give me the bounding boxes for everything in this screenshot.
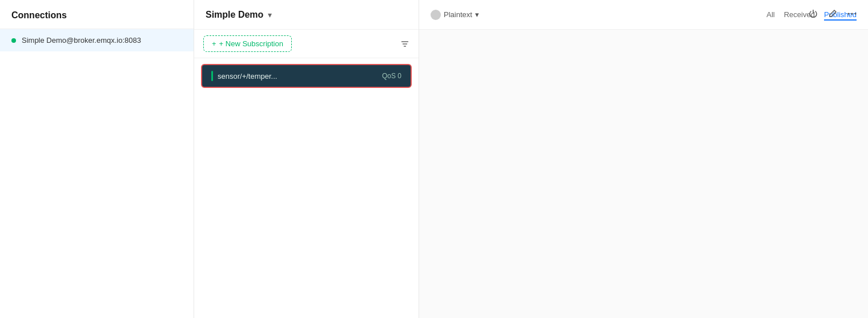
more-options-button[interactable] — [845, 7, 859, 21]
connection-status-dot — [11, 38, 16, 43]
sidebar-title: Connections — [0, 0, 194, 29]
format-chevron-icon: ▾ — [475, 10, 479, 19]
filter-icon-button[interactable] — [400, 39, 409, 49]
main-header: Simple Demo ▾ — [194, 0, 419, 30]
right-header: Plaintext ▾ All Received Published — [419, 0, 868, 30]
edit-button[interactable] — [826, 7, 839, 21]
subscription-topic-container: sensor/+/temper... — [211, 71, 277, 81]
svg-point-5 — [855, 13, 857, 15]
topic-color-indicator — [211, 71, 213, 81]
power-button[interactable] — [806, 7, 820, 21]
top-right-actions — [806, 7, 859, 21]
sidebar: Connections Simple Demo@broker.emqx.io:8… — [0, 0, 194, 318]
connection-label: Simple Demo@broker.emqx.io:8083 — [22, 36, 141, 45]
plus-icon: + — [212, 39, 216, 48]
format-selector[interactable]: Plaintext ▾ — [431, 10, 479, 20]
new-subscription-button[interactable]: + + New Subscription — [203, 35, 292, 52]
subscriptions-toolbar: + + New Subscription — [194, 30, 419, 58]
main-title: Simple Demo — [206, 10, 263, 20]
new-subscription-label: + New Subscription — [219, 39, 283, 48]
tab-all[interactable]: All — [766, 9, 774, 20]
filter-icon — [400, 39, 409, 49]
sidebar-item-connection[interactable]: Simple Demo@broker.emqx.io:8083 — [0, 29, 194, 51]
app-container: Connections Simple Demo@broker.emqx.io:8… — [0, 0, 868, 318]
svg-point-4 — [851, 13, 853, 15]
edit-icon — [828, 9, 837, 18]
main-panel: Simple Demo ▾ + + New Subscription senso — [194, 0, 419, 318]
power-icon — [809, 9, 818, 18]
subscription-qos: QoS 0 — [382, 72, 401, 80]
format-label: Plaintext — [444, 10, 472, 19]
format-circle-icon — [431, 10, 441, 20]
message-content-area — [419, 30, 868, 318]
topic-label: sensor/+/temper... — [218, 72, 277, 80]
chevron-down-icon[interactable]: ▾ — [268, 10, 272, 19]
svg-point-3 — [848, 13, 850, 15]
right-panel: Plaintext ▾ All Received Published — [419, 0, 868, 318]
subscription-item[interactable]: sensor/+/temper... QoS 0 — [201, 64, 412, 88]
subscription-list: sensor/+/temper... QoS 0 — [194, 58, 419, 318]
more-options-icon — [847, 9, 857, 18]
